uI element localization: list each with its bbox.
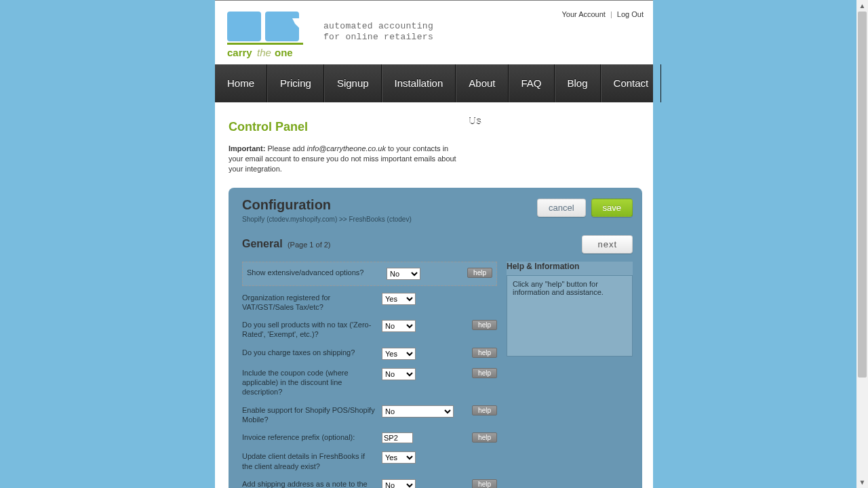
tagline: automated accounting for online retailer…: [323, 21, 433, 43]
config-title: Configuration: [242, 197, 412, 213]
setting-row: Show extensive/advanced options?Nohelp: [242, 262, 497, 286]
nav-installation[interactable]: Installation: [382, 64, 456, 102]
setting-label: Show extensive/advanced options?: [247, 268, 381, 277]
config-panel: Configuration Shopify (ctodev.myshopify.…: [229, 188, 642, 488]
setting-row: Add shipping address as a note to the in…: [242, 475, 497, 488]
svg-text:one: one: [275, 47, 293, 58]
help-button[interactable]: help: [472, 348, 497, 358]
setting-row: Do you sell products with no tax ('Zero-…: [242, 316, 497, 344]
setting-row: Update client details in FreshBooks if t…: [242, 447, 497, 475]
header: Your Account | Log Out carry the one aut…: [215, 1, 653, 64]
main-nav: HomePricingSignupInstallationAbout UsFAQ…: [215, 64, 653, 102]
setting-select[interactable]: No: [382, 368, 416, 380]
setting-control: No: [382, 405, 454, 418]
setting-label: Invoice reference prefix (optional):: [242, 432, 376, 442]
setting-row: Invoice reference prefix (optional):help: [242, 428, 497, 447]
setting-label: Enable support for Shopify POS/Shopify M…: [242, 405, 376, 425]
your-account-link[interactable]: Your Account: [561, 10, 605, 18]
help-button[interactable]: help: [472, 368, 497, 378]
setting-label: Organization registered for VAT/GST/Sale…: [242, 293, 376, 312]
setting-input[interactable]: [382, 432, 413, 443]
help-panel: Help & Information Click any "help" butt…: [507, 262, 633, 357]
setting-control: No: [387, 268, 458, 280]
svg-text:the: the: [257, 47, 271, 58]
scrollbar-thumb[interactable]: [858, 12, 867, 378]
nav-contact[interactable]: Contact: [601, 64, 662, 102]
setting-control: [382, 432, 454, 443]
setting-label: Add shipping address as a note to the in…: [242, 479, 376, 488]
logout-link[interactable]: Log Out: [617, 10, 644, 18]
section-title: General: [242, 238, 283, 249]
settings-form: Show extensive/advanced options?NohelpOr…: [242, 262, 497, 488]
nav-pricing[interactable]: Pricing: [267, 64, 324, 102]
setting-select[interactable]: Yes: [382, 348, 416, 360]
svg-text:carry: carry: [227, 47, 252, 58]
top-links: Your Account | Log Out: [561, 10, 644, 18]
scroll-up-icon[interactable]: ▲: [856, 0, 868, 12]
cancel-button[interactable]: cancel: [537, 199, 586, 217]
svg-rect-3: [227, 43, 303, 45]
separator: |: [608, 10, 615, 18]
nav-faq[interactable]: FAQ: [509, 64, 555, 102]
help-button[interactable]: help: [472, 405, 497, 415]
nav-home[interactable]: Home: [215, 64, 267, 102]
help-panel-title: Help & Information: [507, 262, 633, 271]
help-panel-body: Click any "help" button for information …: [507, 275, 633, 357]
setting-control: No: [382, 479, 454, 488]
setting-control: Yes: [382, 293, 454, 305]
scroll-down-icon[interactable]: ▼: [856, 476, 868, 488]
setting-select[interactable]: Yes: [382, 451, 416, 464]
svg-rect-1: [265, 12, 299, 41]
setting-row: Enable support for Shopify POS/Shopify M…: [242, 401, 497, 429]
setting-select[interactable]: No: [382, 479, 416, 488]
nav-signup[interactable]: Signup: [324, 64, 382, 102]
setting-control: No: [382, 320, 454, 332]
setting-control: Yes: [382, 348, 454, 360]
logo[interactable]: carry the one: [227, 12, 307, 62]
save-button[interactable]: save: [591, 199, 633, 217]
setting-row: Do you charge taxes on shipping?Yeshelp: [242, 344, 497, 364]
setting-select[interactable]: No: [382, 320, 416, 332]
setting-select[interactable]: No: [382, 405, 454, 418]
important-notice: Important: Please add info@carrytheone.c…: [229, 144, 459, 174]
nav-blog[interactable]: Blog: [555, 64, 601, 102]
next-button[interactable]: next: [582, 235, 633, 253]
setting-label: Update client details in FreshBooks if t…: [242, 451, 376, 471]
breadcrumb: Shopify (ctodev.myshopify.com) >> FreshB…: [242, 216, 412, 223]
setting-select[interactable]: No: [387, 268, 420, 280]
setting-label: Do you charge taxes on shipping?: [242, 348, 376, 357]
setting-select[interactable]: Yes: [382, 293, 416, 305]
help-button[interactable]: help: [467, 268, 492, 278]
help-button[interactable]: help: [472, 432, 497, 443]
setting-control: Yes: [382, 451, 454, 464]
help-button[interactable]: help: [472, 320, 497, 330]
nav-about-us[interactable]: About Us: [456, 64, 508, 102]
section-pagination: (Page 1 of 2): [288, 241, 331, 249]
svg-rect-0: [227, 12, 261, 41]
setting-row: Organization registered for VAT/GST/Sale…: [242, 289, 497, 317]
setting-row: Include the coupon code (where applicabl…: [242, 364, 497, 401]
setting-label: Do you sell products with no tax ('Zero-…: [242, 320, 376, 340]
scrollbar[interactable]: ▲ ▼: [856, 0, 868, 488]
setting-label: Include the coupon code (where applicabl…: [242, 368, 376, 397]
page-title: Control Panel: [229, 120, 642, 134]
setting-control: No: [382, 368, 454, 380]
help-button[interactable]: help: [472, 479, 497, 488]
